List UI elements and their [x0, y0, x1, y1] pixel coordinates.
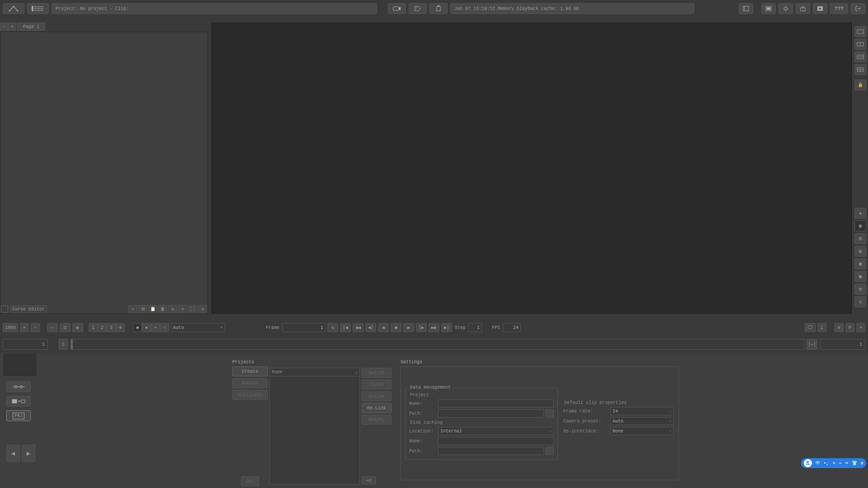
tag-button[interactable] [409, 3, 427, 14]
camera-button[interactable] [388, 3, 406, 14]
grid-icon-4[interactable]: ▦ [854, 258, 866, 269]
projects-list[interactable]: Name [269, 368, 360, 484]
ime-item-0[interactable]: 中 [816, 460, 820, 466]
forward-button[interactable]: ▶▶ [429, 323, 439, 332]
ime-item-6[interactable]: ⚙ [861, 460, 863, 466]
rename-button[interactable]: Rename [232, 378, 268, 388]
monitor-button[interactable]: 🖵 [805, 323, 816, 332]
zoom-out-button[interactable]: − [31, 323, 40, 332]
download-icon[interactable]: ⬇ [178, 305, 187, 313]
grid-icon-2[interactable]: ▤ [854, 233, 866, 244]
list-view-button[interactable] [27, 3, 49, 14]
node-icon-1[interactable] [6, 381, 31, 392]
next-frame-button[interactable]: |▶ [416, 323, 427, 332]
refresh-icon[interactable]: ↻ [168, 305, 177, 313]
timeline-c-button[interactable]: C [59, 339, 68, 350]
delete-button[interactable]: Del [241, 476, 259, 486]
play-reverse-button[interactable]: ◀ [378, 323, 389, 332]
zoom-value[interactable]: 100% [3, 323, 18, 332]
projects-view-toggle[interactable]: ▭▯ [362, 476, 376, 484]
timeline-end-input[interactable] [820, 339, 865, 350]
logout-button[interactable] [851, 3, 865, 14]
page-add-button[interactable]: + [8, 23, 16, 31]
zoom-in-button[interactable]: + [20, 323, 29, 332]
node-icon-2[interactable] [6, 396, 31, 407]
cache-path-input[interactable] [438, 447, 544, 455]
mask-button[interactable]: ◐ [72, 323, 83, 332]
panel-toggle-2[interactable] [761, 3, 776, 14]
ime-item-4[interactable]: ⌨ [845, 460, 848, 466]
timeline-start-input[interactable] [3, 339, 48, 350]
preview-viewport[interactable] [212, 23, 852, 314]
relink-button[interactable]: Re-Link [362, 403, 392, 413]
grid-icon-1[interactable]: ▦ [854, 221, 866, 231]
target-icon[interactable]: ◎ [854, 296, 866, 307]
ime-item-5[interactable]: 👕 [852, 460, 857, 466]
clipboard-button[interactable] [429, 3, 448, 14]
copy-icon[interactable]: ⧉ [138, 305, 147, 313]
deinterlace-select[interactable]: None [610, 427, 674, 435]
close-button[interactable]: Close [362, 380, 392, 389]
grid-icon-6[interactable]: ⊞ [854, 284, 866, 295]
panel-toggle-1[interactable] [739, 3, 753, 14]
nav-back-button[interactable]: ◀ [6, 445, 20, 462]
view-mode-1[interactable] [854, 26, 866, 37]
nav-forward-button[interactable]: ▶ [22, 445, 35, 462]
project-path-input[interactable] [438, 409, 544, 418]
channel-rgb[interactable]: ■ [133, 323, 142, 332]
modify-button[interactable]: Modify [362, 415, 392, 425]
mark-2[interactable]: 2 [98, 323, 107, 332]
camera-preset-select[interactable]: Auto [610, 417, 674, 425]
page-tab-1[interactable]: Page 1 [17, 23, 45, 31]
app-menu-button[interactable] [3, 3, 24, 14]
close-icon[interactable]: ✕ [198, 305, 207, 313]
lock-icon[interactable]: 🔒 [854, 80, 866, 90]
cut-icon[interactable]: ✂ [128, 305, 137, 313]
create-button[interactable]: Create [232, 366, 268, 376]
channel-luma[interactable]: ● [142, 323, 151, 332]
view-mode-3[interactable] [854, 52, 866, 62]
mark-4[interactable]: 4 [116, 323, 125, 332]
unlink-button[interactable]: Unlink [362, 391, 392, 401]
ime-item-3[interactable]: ✂ [839, 460, 842, 466]
frame-input[interactable] [282, 323, 326, 332]
channel-alpha[interactable]: ▪ [151, 323, 160, 332]
cache-name-input[interactable] [438, 437, 554, 445]
step-input[interactable] [468, 323, 482, 332]
ime-logo[interactable]: 五 [804, 459, 812, 467]
export-button[interactable] [796, 3, 810, 14]
view-mode-2[interactable] [854, 39, 866, 50]
delete-icon[interactable]: 🗑 [158, 305, 167, 313]
dropdown-button[interactable]: ▾ [856, 323, 865, 332]
p-button[interactable]: P [845, 323, 854, 332]
help-button[interactable]: ??? [830, 3, 848, 14]
info-button[interactable]: i [817, 323, 826, 332]
stop-button[interactable]: ■ [391, 323, 401, 332]
go-start-button[interactable]: |◀ [340, 323, 351, 332]
curve-editor-checkbox[interactable] [1, 305, 8, 313]
projects-list-header[interactable]: Name [270, 368, 359, 376]
grid-icon-5[interactable]: ▩ [854, 271, 866, 282]
ime-item-1[interactable]: •, [824, 461, 829, 466]
display-mode-select[interactable]: Auto [171, 323, 225, 332]
page-remove-button[interactable]: − [0, 23, 8, 31]
project-path-browse[interactable] [546, 409, 554, 418]
go-end-button[interactable]: ▶| [441, 323, 452, 332]
ime-item-2[interactable]: ✎ [833, 460, 835, 466]
timeline-fit-button[interactable]: |↔| [807, 339, 817, 350]
gear-small-button[interactable]: ⚙ [835, 323, 844, 332]
timeline-track[interactable] [71, 339, 805, 350]
rewind-button[interactable]: ◀◀ [353, 323, 363, 332]
channel-none[interactable]: ○ [160, 323, 169, 332]
mark-1[interactable]: 1 [89, 323, 98, 332]
cache-path-browse[interactable] [546, 447, 554, 455]
duplicate-button[interactable]: Duplicate [232, 390, 268, 400]
fit-width-button[interactable]: ↔ [47, 323, 58, 332]
view-mode-4[interactable] [854, 64, 866, 75]
switch-button[interactable]: Switch [362, 368, 392, 378]
layer-icon[interactable]: ◈ [854, 208, 866, 219]
grid-icon-3[interactable]: ▥ [854, 246, 866, 257]
paste-icon[interactable]: 📋 [148, 305, 157, 313]
frame-rate-select[interactable]: 24 [610, 407, 674, 415]
node-graph-area[interactable] [0, 32, 208, 314]
